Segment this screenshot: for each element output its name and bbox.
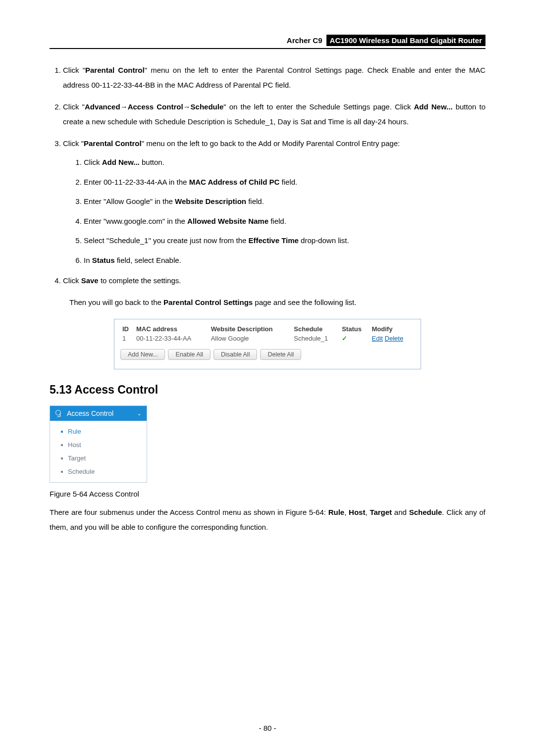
add-new-button[interactable]: Add New... bbox=[120, 349, 165, 360]
substep-2: Enter 00-11-22-33-44-AA in the MAC Addre… bbox=[84, 176, 485, 189]
text: field. bbox=[246, 197, 264, 205]
check-icon: ✓ bbox=[342, 335, 347, 342]
col-modify: Modify bbox=[370, 324, 415, 334]
text: " menu on the left to go back to the Add… bbox=[142, 139, 400, 148]
text: and bbox=[392, 508, 409, 516]
access-control-menu: Access Control ⌄ Rule Host Target Schedu… bbox=[50, 405, 147, 483]
text-bold: Status bbox=[92, 256, 115, 264]
text-bold: Effective Time bbox=[249, 236, 299, 245]
menu-header[interactable]: Access Control ⌄ bbox=[50, 406, 147, 421]
step-2: Click "Advanced→Access Control→Schedule"… bbox=[63, 100, 485, 129]
menu-item-label: Rule bbox=[68, 428, 81, 435]
text-bold: Host bbox=[349, 508, 365, 516]
col-sched: Schedule bbox=[292, 324, 340, 334]
col-status: Status bbox=[340, 324, 370, 334]
text-bold: Parental Control bbox=[84, 139, 142, 148]
text: , bbox=[344, 508, 349, 516]
text-bold: Parental Control bbox=[85, 66, 145, 74]
text: Enter 00-11-22-33-44-AA in the bbox=[84, 178, 189, 186]
text: Then you will go back to the bbox=[69, 298, 163, 306]
substep-6: In Status field, select Enable. bbox=[84, 254, 485, 267]
text: field. bbox=[279, 178, 297, 186]
text-bold: Add New... bbox=[414, 102, 453, 111]
table-row: 1 00-11-22-33-44-AA Allow Google Schedul… bbox=[120, 334, 415, 343]
col-desc: Website Description bbox=[209, 324, 292, 334]
text-bold: Parental Control Settings bbox=[163, 298, 253, 306]
document-header: Archer C9 AC1900 Wireless Dual Band Giga… bbox=[50, 35, 485, 49]
menu-item-label: Target bbox=[68, 454, 86, 462]
text-bold: Add New... bbox=[102, 158, 140, 166]
cell-mac: 00-11-22-33-44-AA bbox=[134, 334, 209, 343]
parental-control-table-screenshot: ID MAC address Website Description Sched… bbox=[114, 319, 421, 369]
cell-status: ✓ bbox=[340, 334, 370, 343]
text-bold: MAC Address of Child PC bbox=[189, 178, 280, 186]
text: Click bbox=[84, 158, 102, 166]
header-title: AC1900 Wireless Dual Band Gigabit Router bbox=[326, 35, 485, 46]
menu-title: Access Control bbox=[67, 409, 113, 417]
text-bold: Target bbox=[370, 508, 392, 516]
bullet-icon bbox=[61, 457, 63, 459]
text: Click " bbox=[63, 66, 85, 74]
step-3: Click "Parental Control" menu on the lef… bbox=[63, 136, 485, 266]
menu-item-label: Host bbox=[68, 441, 81, 449]
cell-id: 1 bbox=[120, 334, 134, 343]
arrow-icon: → bbox=[183, 102, 191, 111]
substep-3: Enter "Allow Google" in the Website Desc… bbox=[84, 195, 485, 208]
header-model: Archer C9 bbox=[287, 36, 322, 45]
text: button. bbox=[140, 158, 164, 166]
instruction-list: Click "Parental Control" menu on the lef… bbox=[52, 63, 485, 288]
text: field. bbox=[268, 217, 286, 225]
edit-link[interactable]: Edit bbox=[372, 335, 383, 342]
bullet-icon bbox=[61, 471, 63, 473]
body-paragraph: There are four submenus under the Access… bbox=[50, 505, 485, 535]
section-heading: 5.13 Access Control bbox=[50, 383, 485, 397]
arrow-icon: → bbox=[120, 102, 128, 111]
bullet-icon bbox=[61, 431, 63, 433]
figure-caption: Figure 5-64 Access Control bbox=[50, 490, 485, 498]
text: Select "Schedule_1" you create just now … bbox=[84, 236, 249, 245]
text-bold: Schedule bbox=[409, 508, 442, 516]
delete-all-button[interactable]: Delete All bbox=[260, 349, 301, 360]
text: field, select Enable. bbox=[115, 256, 181, 264]
menu-item-rule[interactable]: Rule bbox=[50, 425, 147, 438]
substep-1: Click Add New... button. bbox=[84, 156, 485, 169]
menu-item-schedule[interactable]: Schedule bbox=[50, 465, 147, 478]
text: There are four submenus under the Access… bbox=[50, 508, 328, 516]
menu-item-host[interactable]: Host bbox=[50, 438, 147, 452]
text: " on the left to enter the Schedule Sett… bbox=[223, 102, 414, 111]
bullet-icon bbox=[61, 444, 63, 446]
text-bold: Allowed Website Name bbox=[187, 217, 268, 225]
text-bold: Schedule bbox=[191, 102, 224, 111]
text: Click " bbox=[63, 139, 84, 148]
text-bold: Advanced bbox=[85, 102, 120, 111]
cell-desc: Allow Google bbox=[209, 334, 292, 343]
step-4: Click Save to complete the settings. bbox=[63, 273, 485, 288]
text: Enter "Allow Google" in the bbox=[84, 197, 175, 205]
substep-4: Enter "www.google.com" in the Allowed We… bbox=[84, 215, 485, 228]
col-mac: MAC address bbox=[134, 324, 209, 334]
text-bold: Rule bbox=[328, 508, 345, 516]
then-paragraph: Then you will go back to the Parental Co… bbox=[69, 295, 485, 310]
text: drop-down list. bbox=[299, 236, 349, 245]
menu-item-target[interactable]: Target bbox=[50, 452, 147, 465]
text-bold: Access Control bbox=[128, 102, 183, 111]
table-header-row: ID MAC address Website Description Sched… bbox=[120, 324, 415, 334]
enable-all-button[interactable]: Enable All bbox=[168, 349, 211, 360]
step-1: Click "Parental Control" menu on the lef… bbox=[63, 63, 485, 93]
substep-list: Click Add New... button. Enter 00-11-22-… bbox=[73, 156, 485, 266]
col-id: ID bbox=[120, 324, 134, 334]
menu-item-label: Schedule bbox=[68, 468, 95, 475]
rules-table: ID MAC address Website Description Sched… bbox=[120, 324, 415, 343]
text: Click bbox=[63, 276, 81, 285]
menu-body: Rule Host Target Schedule bbox=[50, 421, 147, 482]
text: to complete the settings. bbox=[99, 276, 181, 285]
cell-modify: Edit Delete bbox=[370, 334, 415, 343]
text: In bbox=[84, 256, 92, 264]
text-bold: Save bbox=[81, 276, 99, 285]
disable-all-button[interactable]: Disable All bbox=[214, 349, 257, 360]
text: Click " bbox=[63, 102, 85, 111]
table-button-row: Add New... Enable All Disable All Delete… bbox=[120, 349, 415, 360]
delete-link[interactable]: Delete bbox=[385, 335, 404, 342]
text-bold: Website Description bbox=[175, 197, 246, 205]
text: page and see the following list. bbox=[253, 298, 356, 306]
